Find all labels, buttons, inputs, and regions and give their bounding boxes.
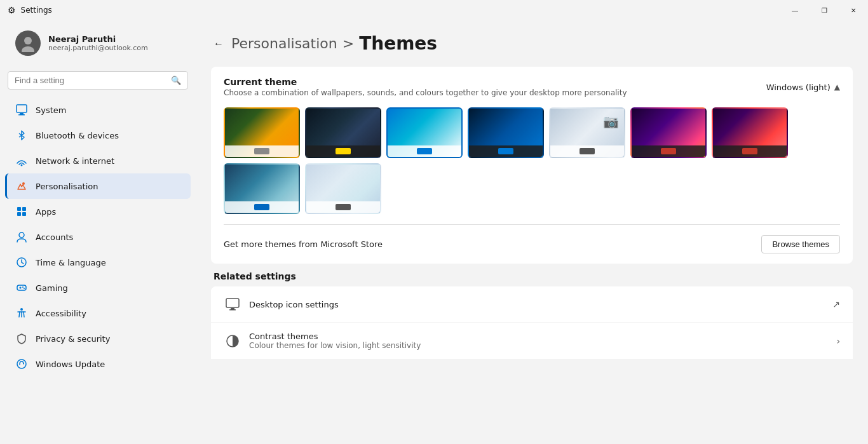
related-settings-title: Related settings: [211, 271, 853, 281]
taskbar-btn: [661, 148, 676, 154]
theme-capture[interactable]: 📷: [549, 107, 625, 158]
privacy-icon: [15, 332, 28, 345]
user-info: Neeraj Paruthi neeraj.paruthi@outlook.co…: [48, 34, 148, 52]
svg-point-15: [24, 288, 25, 289]
related-settings-section: Related settings Desktop icon settings ↗: [211, 271, 853, 359]
accounts-icon: [15, 231, 28, 243]
gaming-icon: [15, 281, 28, 294]
system-label: System: [36, 105, 66, 115]
taskbar-btn: [336, 148, 351, 154]
theme-taskbar-strip: [469, 145, 543, 157]
svg-point-6: [22, 182, 25, 185]
taskbar-btn: [498, 148, 513, 154]
theme-taskbar-strip: [388, 145, 461, 157]
personalisation-label: Personalisation: [36, 182, 98, 191]
sidebar-item-privacy[interactable]: Privacy & security: [5, 326, 191, 351]
theme-taskbar-strip: [225, 145, 299, 157]
sidebar-item-accessibility[interactable]: Accessibility: [5, 300, 191, 326]
theme-purple-glow[interactable]: [630, 107, 707, 158]
desktop-icon-settings-label: Desktop icon settings: [249, 300, 339, 309]
theme-taskbar-strip: [225, 201, 299, 213]
sidebar-item-windowsupdate[interactable]: Windows Update: [5, 351, 191, 377]
sidebar-item-time[interactable]: Time & language: [5, 250, 191, 275]
current-theme-desc: Choose a combination of wallpapers, soun…: [224, 88, 627, 97]
current-theme-name: Windows (light): [766, 83, 831, 92]
title-bar-title: Settings: [21, 6, 52, 15]
privacy-label: Privacy & security: [36, 334, 110, 344]
theme-taskbar-strip: [550, 145, 624, 157]
theme-colorful[interactable]: [712, 107, 788, 158]
search-box: 🔍: [8, 71, 188, 90]
svg-point-18: [17, 360, 26, 368]
user-name: Neeraj Paruthi: [48, 34, 148, 44]
user-profile[interactable]: Neeraj Paruthi neeraj.paruthi@outlook.co…: [5, 20, 191, 66]
browse-themes-button[interactable]: Browse themes: [761, 235, 840, 253]
svg-rect-21: [229, 309, 236, 311]
theme-forest[interactable]: [224, 107, 300, 158]
personalisation-icon: [15, 180, 28, 192]
system-icon: [15, 104, 28, 116]
maximize-button[interactable]: ❐: [810, 0, 839, 20]
windowsupdate-label: Windows Update: [36, 360, 105, 369]
chevron-up-icon: ▲: [834, 83, 840, 91]
search-input[interactable]: [15, 76, 166, 85]
windowsupdate-icon: [15, 358, 28, 370]
sidebar: Neeraj Paruthi neeraj.paruthi@outlook.co…: [0, 20, 196, 444]
theme-windows-dark[interactable]: [468, 107, 544, 158]
sidebar-item-bluetooth[interactable]: Bluetooth & devices: [5, 123, 191, 148]
theme-taskbar-strip: [632, 145, 705, 157]
breadcrumb-separator: >: [342, 36, 354, 51]
svg-point-1: [22, 46, 34, 52]
sidebar-item-apps[interactable]: Apps: [5, 199, 191, 224]
user-email: neeraj.paruthi@outlook.com: [48, 44, 148, 52]
bluetooth-label: Bluetooth & devices: [36, 131, 119, 140]
search-icon: 🔍: [171, 76, 181, 85]
desktop-icon: [224, 295, 241, 313]
avatar: [15, 30, 41, 56]
contrast-themes-row[interactable]: Contrast themes Colour themes for low vi…: [211, 323, 853, 359]
accessibility-label: Accessibility: [36, 309, 86, 318]
theme-dark-creature[interactable]: [305, 107, 381, 158]
close-button[interactable]: ✕: [839, 0, 868, 20]
contrast-themes-label: Contrast themes: [249, 332, 421, 341]
settings-row-left: Desktop icon settings: [224, 295, 339, 313]
svg-rect-19: [226, 299, 239, 307]
svg-point-14: [22, 286, 24, 288]
current-theme-card: Current theme Choose a combination of wa…: [211, 67, 853, 264]
title-bar: ⚙ Settings — ❐ ✕: [0, 0, 868, 20]
minimize-button[interactable]: —: [780, 0, 810, 20]
app-icon: ⚙: [8, 5, 16, 15]
sidebar-item-accounts[interactable]: Accounts: [5, 224, 191, 250]
theme-windows-light[interactable]: [386, 107, 463, 158]
svg-rect-13: [17, 285, 26, 290]
breadcrumb-parent[interactable]: Personalisation: [231, 36, 337, 51]
svg-point-0: [24, 37, 32, 44]
taskbar-btn: [254, 148, 269, 154]
theme-flow[interactable]: [305, 163, 381, 214]
theme-grid: 📷: [211, 102, 853, 224]
svg-rect-4: [18, 114, 25, 116]
sidebar-item-gaming[interactable]: Gaming: [5, 275, 191, 300]
taskbar-btn: [336, 204, 351, 210]
current-theme-value[interactable]: Windows (light) ▲: [766, 83, 840, 92]
taskbar-btn: [580, 148, 595, 154]
desktop-icon-settings-row[interactable]: Desktop icon settings ↗: [211, 286, 853, 322]
taskbar-btn: [254, 204, 269, 210]
svg-rect-7: [17, 207, 21, 211]
svg-point-16: [20, 308, 23, 311]
apps-icon: [15, 205, 28, 218]
main-content: ← Personalisation > Themes Current theme…: [196, 20, 868, 444]
svg-rect-20: [231, 308, 234, 309]
network-icon: [15, 154, 28, 167]
sidebar-item-network[interactable]: Network & internet: [5, 148, 191, 173]
back-button[interactable]: ←: [211, 36, 226, 52]
current-theme-header: Current theme Choose a combination of wa…: [211, 67, 853, 102]
contrast-themes-sublabel: Colour themes for low vision, light sens…: [249, 341, 421, 350]
sidebar-item-system[interactable]: System: [5, 97, 191, 123]
accessibility-icon: [15, 307, 28, 320]
contrast-themes-info: Contrast themes Colour themes for low vi…: [249, 332, 421, 350]
svg-point-5: [21, 165, 23, 166]
accounts-label: Accounts: [36, 232, 73, 242]
theme-lake[interactable]: [224, 163, 300, 214]
sidebar-item-personalisation[interactable]: Personalisation: [5, 173, 191, 199]
